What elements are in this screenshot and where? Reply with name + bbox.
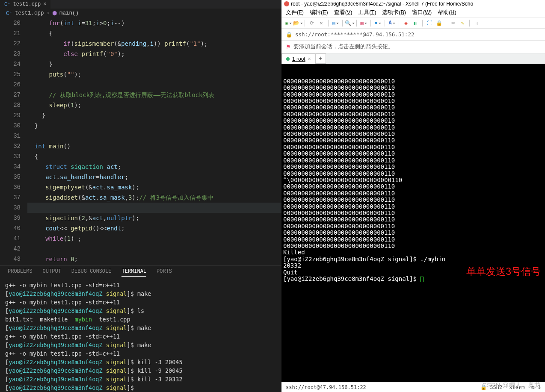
code-line[interactable]: struct sigaction act; (27, 162, 281, 172)
menu-W[interactable]: 窗口(W) (412, 9, 432, 16)
help-icon[interactable]: ▯ (473, 20, 480, 27)
open-icon[interactable]: 📂 (294, 20, 301, 27)
code-line[interactable] (27, 131, 281, 141)
integrated-terminal[interactable]: g++ -o mybin test1.cpp -std=c++11[yao@iZ… (0, 279, 281, 392)
terminal-line: 0000000000000000000000000000010 (283, 111, 543, 118)
lock-icon: 🔒 (286, 31, 293, 38)
code-line[interactable]: // 获取block列表,观察是否进行屏蔽——无法获取block列表 (27, 90, 281, 100)
disconnect-icon[interactable]: ⨯ (318, 20, 325, 27)
code-line[interactable]: sleep(1); (27, 100, 281, 110)
keyboard-icon[interactable]: ⌨ (450, 20, 456, 27)
vscode-pane: C⁺ test1.cpp × C⁺ test1.cpp › ⬢ main() 2… (0, 0, 281, 392)
line-number: 20 (0, 18, 21, 28)
terminal-line: 0000000000000000000000000000110 (283, 144, 543, 150)
terminal-line: 0000000000000000000000000000110 (283, 157, 543, 164)
close-icon[interactable]: × (308, 56, 311, 62)
code-line[interactable]: sigemptyset(&act.sa_mask); (27, 182, 281, 192)
menu-F[interactable]: 文件(F) (286, 9, 304, 16)
code-editor[interactable]: 2021222324252627282930313233343536373839… (0, 18, 281, 265)
code-line[interactable]: if(sigismember(&pending,i)) printf("1"); (27, 38, 281, 49)
code-line[interactable] (27, 244, 281, 254)
menu-H[interactable]: 帮助(H) (438, 9, 456, 16)
properties-icon[interactable]: ▤ (332, 20, 339, 27)
session-tab-root[interactable]: 1 root × (281, 53, 316, 64)
menu-T[interactable]: 工具(T) (358, 9, 376, 16)
menu-V[interactable]: 查看(V) (334, 9, 352, 16)
search-icon[interactable]: 🔍 (346, 20, 353, 27)
terminal-line: 0000000000000000000000000000010 (283, 85, 543, 91)
tab-label: test1.cpp (13, 1, 41, 7)
line-number: 37 (0, 192, 21, 203)
code-line[interactable]: } (27, 59, 281, 69)
chevron-right-icon: › (47, 10, 50, 16)
watermark: CSDN @桐人，奥龙 (482, 381, 541, 389)
terminal-line: 0000000000000000000000000000110 (283, 197, 543, 203)
line-number: 29 (0, 110, 21, 121)
terminal-line: [yao@iZ2zeb6ghq39ce8m3nf4oqZ signal]$ ma… (5, 341, 276, 349)
line-number: 42 (0, 244, 21, 254)
code-line[interactable]: puts(""); (27, 69, 281, 80)
terminal-line: 0000000000000000000000000000110 (283, 210, 543, 216)
code-line[interactable]: while(1) ; (27, 233, 281, 244)
xftp2-icon[interactable]: ◧ (412, 20, 419, 27)
line-number: 28 (0, 100, 21, 110)
address-bar[interactable]: 🔒 ssh://root:**********@47.94.156.51:22 (281, 29, 545, 41)
terminal-line: [yao@iZ2zeb6ghq39ce8m3nf4oqZ signal]$ ki… (5, 375, 276, 383)
code-line[interactable]: for(int i=31;i>0;i--) (27, 18, 281, 28)
fullscreen-icon[interactable]: ⛶ (426, 20, 433, 27)
menu-E[interactable]: 编辑(E) (310, 9, 328, 16)
panel-tab-ports[interactable]: PORTS (157, 268, 172, 277)
code-line[interactable]: { (27, 151, 281, 162)
terminal-line: [yao@iZ2zeb6ghq39ce8m3nf4oqZ signal]$ ./… (283, 256, 543, 262)
code-line[interactable]: } (27, 121, 281, 131)
terminal-line: 0000000000000000000000000000110 (283, 150, 543, 157)
code-line[interactable]: sigaddset(&act.sa_mask,3);// 将3号信号加入信号集中 (27, 192, 281, 203)
panel-tab-debug-console[interactable]: DEBUG CONSOLE (71, 268, 112, 277)
xshell-terminal[interactable]: 0000000000000000000000000000010000000000… (281, 64, 545, 382)
panel-tab-output[interactable]: OUTPUT (43, 268, 61, 277)
code-line[interactable]: } (27, 110, 281, 121)
editor-tab-test1[interactable]: C⁺ test1.cpp × (0, 0, 50, 9)
terminal-line: g++ -o mybin test1.cpp -std=c++11 (5, 281, 276, 289)
xftp-icon[interactable]: ◉ (403, 20, 409, 27)
code-line[interactable]: return 0; (27, 254, 281, 264)
terminal-line: 0000000000000000000000000000110 (283, 223, 543, 230)
line-number: 32 (0, 141, 21, 151)
panel-tab-terminal[interactable]: TERMINAL (121, 268, 146, 277)
terminal-line: g++ -o mybin test1.cpp -std=c++11 (5, 332, 276, 341)
cpp-file-icon: C⁺ (6, 10, 12, 17)
line-number: 31 (0, 131, 21, 141)
terminal-line: [yao@iZ2zeb6ghq39ce8m3nf4oqZ signal]$ ki… (5, 366, 276, 375)
terminal-line: 0000000000000000000000000000110 (283, 190, 543, 197)
code-line[interactable]: act.sa_handler=handler; (27, 172, 281, 182)
code-line[interactable]: else printf("0"); (27, 49, 281, 59)
line-number: 35 (0, 172, 21, 182)
code-line[interactable]: int main() (27, 141, 281, 151)
line-number: 33 (0, 151, 21, 162)
breadcrumb-file[interactable]: test1.cpp (15, 10, 44, 16)
terminal-line: 0000000000000000000000000000010 (283, 104, 543, 111)
code-line[interactable]: { (27, 28, 281, 38)
code-line[interactable]: cout<< getpid()<<endl; (27, 223, 281, 233)
line-number: 41 (0, 233, 21, 244)
breadcrumb-symbol[interactable]: main() (59, 10, 79, 16)
close-icon[interactable]: × (43, 1, 46, 7)
title-text: root - yao@iZ2zeb6ghq39ce8m3nf4oqZ:~/sig… (291, 1, 473, 7)
font-icon[interactable]: A (388, 20, 395, 27)
line-number: 24 (0, 59, 21, 69)
tip-text: 要添加当前会话，点击左侧的箭头按钮。 (293, 43, 394, 50)
code-line[interactable] (27, 203, 281, 213)
new-session-icon[interactable]: ▣ (285, 20, 292, 27)
code-line[interactable] (27, 80, 281, 90)
lock-tool-icon[interactable]: 🔒 (435, 20, 442, 27)
panel-tab-problems[interactable]: PROBLEMS (8, 268, 33, 277)
reconnect-icon[interactable]: ⟳ (308, 20, 315, 27)
add-session-button[interactable]: + (316, 53, 326, 64)
line-number: 23 (0, 49, 21, 59)
code-line[interactable]: sigaction(2,&act,nullptr); (27, 213, 281, 223)
terminal-line: 0000000000000000000000000000110 (283, 236, 543, 243)
copy-icon[interactable]: ▦ (360, 20, 367, 27)
menu-B[interactable]: 选项卡(B) (382, 9, 406, 16)
globe-icon[interactable]: ● (374, 20, 381, 27)
highlight-icon[interactable]: ✎ (459, 20, 466, 27)
